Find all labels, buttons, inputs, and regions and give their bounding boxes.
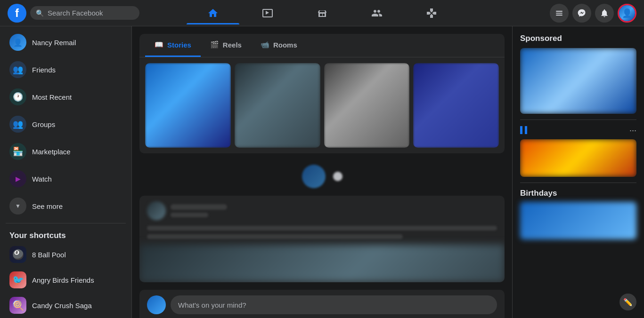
- tab-reels[interactable]: 🎬 Reels: [201, 34, 251, 57]
- post-header-1: [139, 196, 505, 226]
- sidebar-item-marketplace[interactable]: 🏪 Marketplace: [4, 138, 128, 165]
- tab-stories[interactable]: 📖 Stories: [145, 34, 201, 57]
- sidebar-user-profile[interactable]: 👤 Nancy Remail: [4, 30, 128, 55]
- story-card-1[interactable]: [145, 63, 231, 148]
- profile-avatar-button[interactable]: 👤: [618, 4, 636, 23]
- post-text-2: [147, 234, 403, 239]
- story-card-4[interactable]: [413, 63, 499, 148]
- shortcut-angry-birds[interactable]: 🐦 Angry Birds Friends: [4, 268, 128, 292]
- sidebar-item-watch[interactable]: ▶ Watch: [4, 166, 128, 192]
- rooms-icon: 📹: [261, 40, 269, 49]
- sponsored-ad-2[interactable]: [520, 139, 636, 177]
- story-avatar-dot: [302, 165, 326, 188]
- post-time-1: [171, 213, 208, 217]
- shortcut-8ball[interactable]: 🎱 8 Ball Pool: [4, 242, 128, 267]
- sidebar: 👤 Nancy Remail 👥 Friends 🕐 Most Recent 👥…: [0, 26, 132, 318]
- story-nav-indicator: [333, 172, 342, 181]
- sidebar-divider: [6, 223, 126, 223]
- angry-birds-icon: 🐦: [9, 271, 26, 288]
- post-meta-1: [171, 204, 497, 217]
- ad-image-2: [520, 139, 636, 177]
- notifications-button[interactable]: [595, 4, 614, 23]
- sidebar-item-label-watch: Watch: [32, 175, 52, 183]
- feed-post-1: [139, 196, 505, 282]
- right-panel: Sponsored ▌▌ ··· Birthdays: [512, 26, 644, 318]
- stories-tab-label: Stories: [167, 41, 191, 49]
- body-layout: 👤 Nancy Remail 👥 Friends 🕐 Most Recent 👥…: [0, 26, 644, 318]
- sidebar-item-most-recent[interactable]: 🕐 Most Recent: [4, 84, 128, 110]
- sidebar-item-label-groups: Groups: [32, 120, 55, 128]
- edit-button[interactable]: ✏️: [620, 294, 636, 310]
- search-input[interactable]: [48, 9, 134, 17]
- story-nav-dots: [139, 161, 505, 196]
- story-image-3: [324, 63, 410, 148]
- sidebar-item-label-marketplace: Marketplace: [32, 148, 71, 156]
- see-more-icon: ▼: [9, 198, 26, 215]
- story-card-2[interactable]: [235, 63, 320, 148]
- friends-icon: 👥: [9, 61, 26, 78]
- candy-crush-icon: 🍭: [9, 297, 26, 314]
- post-name-1: [171, 204, 227, 210]
- story-image-4: [413, 63, 499, 148]
- nav-watch-button[interactable]: [241, 2, 294, 24]
- right-dots[interactable]: ···: [629, 126, 636, 135]
- sidebar-item-label-recent: Most Recent: [32, 93, 72, 101]
- watch-icon: ▶: [9, 170, 26, 187]
- sponsored-ad-1[interactable]: [520, 48, 636, 114]
- story-image-2: [235, 63, 320, 148]
- top-navigation: f 🔍 👤: [0, 0, 644, 26]
- stories-tabs: 📖 Stories 🎬 Reels 📹 Rooms: [139, 34, 505, 57]
- avatar-image: 👤: [619, 5, 635, 21]
- grid-menu-button[interactable]: [550, 4, 569, 23]
- facebook-logo[interactable]: f: [8, 4, 26, 23]
- more-button[interactable]: ▌▌: [520, 126, 530, 134]
- shortcut-label-8ball: 8 Ball Pool: [32, 251, 66, 259]
- post-input-box[interactable]: What's on your mind?: [171, 295, 497, 314]
- search-bar[interactable]: 🔍: [30, 6, 139, 20]
- tab-rooms[interactable]: 📹 Rooms: [251, 34, 307, 57]
- nav-groups-button[interactable]: [351, 2, 403, 24]
- nav-center: [139, 2, 505, 24]
- post-text-1: [147, 226, 497, 231]
- reels-tab-label: Reels: [223, 41, 242, 49]
- sidebar-item-label-friends: Friends: [32, 66, 56, 74]
- shortcut-label-candy-crush: Candy Crush Saga: [32, 302, 92, 310]
- post-creation-area: What's on your mind? 📹 Live video 🖼 Phot…: [139, 290, 505, 318]
- reels-icon: 🎬: [210, 40, 219, 49]
- right-panel-row: ▌▌ ···: [520, 126, 636, 135]
- nav-marketplace-button[interactable]: [296, 2, 349, 24]
- ad-image-1: [520, 48, 636, 114]
- nav-right: 👤: [505, 4, 636, 23]
- post-image-1: [139, 245, 505, 282]
- sidebar-item-friends[interactable]: 👥 Friends: [4, 56, 128, 83]
- sidebar-item-label-see-more: See more: [32, 202, 63, 210]
- right-divider-2: [520, 183, 636, 183]
- shortcuts-section-title: Your shortcuts: [0, 227, 131, 242]
- main-feed: 📖 Stories 🎬 Reels 📹 Rooms: [132, 26, 512, 318]
- stories-icon: 📖: [155, 40, 163, 49]
- 8ball-icon: 🎱: [9, 246, 26, 263]
- sidebar-user-name: Nancy Remail: [32, 39, 76, 47]
- sidebar-item-groups[interactable]: 👥 Groups: [4, 111, 128, 137]
- story-image-1: [145, 63, 231, 148]
- shortcut-label-angry-birds: Angry Birds Friends: [32, 276, 94, 284]
- nav-home-button[interactable]: [187, 2, 239, 24]
- sidebar-user-avatar: 👤: [9, 34, 26, 51]
- post-placeholder: What's on your mind?: [178, 301, 246, 309]
- sidebar-item-see-more[interactable]: ▼ See more: [4, 193, 128, 219]
- shortcut-candy-crush[interactable]: 🍭 Candy Crush Saga: [4, 293, 128, 318]
- stories-content: [139, 57, 505, 153]
- marketplace-icon: 🏪: [9, 143, 26, 160]
- groups-icon: 👥: [9, 116, 26, 133]
- birthdays-content: [520, 202, 636, 239]
- nav-gaming-button[interactable]: [405, 2, 458, 24]
- story-card-3[interactable]: [324, 63, 410, 148]
- sponsored-title: Sponsored: [520, 34, 636, 43]
- edit-icon: ✏️: [623, 298, 633, 307]
- messenger-button[interactable]: [572, 4, 591, 23]
- post-avatar-1: [147, 201, 166, 220]
- birthdays-title: Birthdays: [520, 189, 636, 198]
- rooms-tab-label: Rooms: [273, 41, 297, 49]
- nav-left: f 🔍: [8, 4, 139, 23]
- right-divider-1: [520, 119, 636, 120]
